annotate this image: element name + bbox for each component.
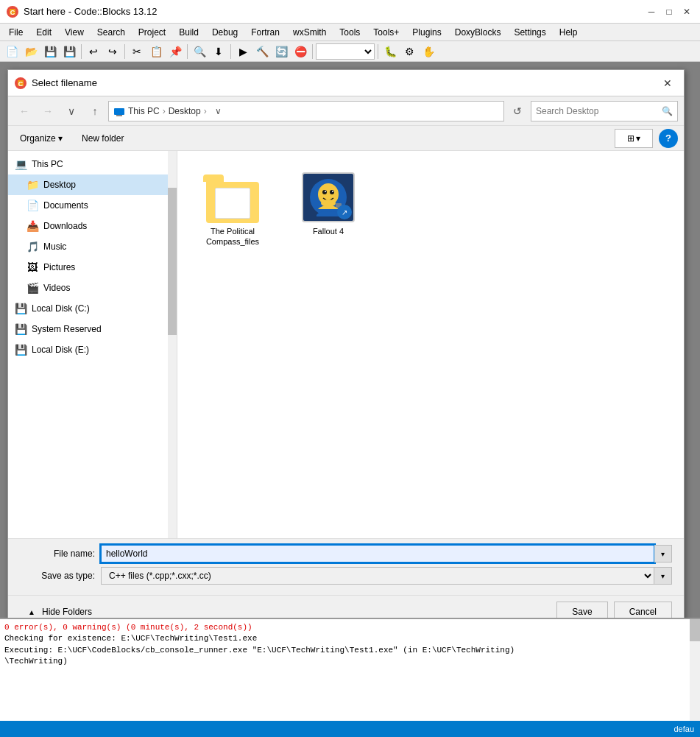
nav-panel: 💻 This PC 📁 Desktop 📄 Documents 📥 Downlo…	[8, 151, 177, 538]
downloads-nav-icon: 📥	[26, 219, 39, 233]
up-button[interactable]: ↑	[85, 101, 105, 121]
dialog-title-left: C Select filename	[14, 77, 97, 90]
file-item-fallout4[interactable]: ↗ Fallout 4	[288, 166, 369, 253]
nav-item-local-e[interactable]: 💾 Local Disk (E:)	[8, 339, 177, 360]
tb-debug-btn[interactable]: 🐛	[381, 43, 399, 60]
menu-view[interactable]: View	[59, 26, 90, 39]
tb-build-btn[interactable]: 🔨	[253, 43, 271, 60]
menu-doxyblocks[interactable]: DoxyBlocks	[449, 26, 507, 39]
back-button[interactable]: ←	[14, 101, 35, 121]
menu-debug[interactable]: Debug	[206, 26, 244, 39]
tb-open-btn[interactable]: 📂	[22, 43, 40, 60]
nav-label-system-reserved: System Reserved	[32, 324, 102, 334]
menu-fortran[interactable]: Fortran	[245, 26, 286, 39]
tb-save-btn[interactable]: 💾	[41, 43, 59, 60]
close-window-button[interactable]: ✕	[679, 4, 694, 19]
file-label-fallout4: Fallout 4	[313, 226, 344, 236]
tb-undo-btn[interactable]: ↩	[85, 43, 102, 60]
nav-item-this-pc[interactable]: 💻 This PC	[8, 154, 177, 174]
nav-label-videos: Videos	[43, 283, 70, 293]
nav-item-downloads[interactable]: 📥 Downloads	[8, 216, 177, 236]
codeblocks-window: C Start here - Code::Blocks 13.12 ─ □ ✕ …	[0, 0, 700, 737]
tb-redo-btn[interactable]: ↪	[104, 43, 121, 60]
address-box: This PC › Desktop › ∨	[108, 101, 504, 121]
forward-button[interactable]: →	[38, 101, 58, 121]
videos-nav-icon: 🎬	[26, 281, 39, 295]
savetype-select[interactable]: C++ files (*.cpp;*.cxx;*.cc)	[101, 567, 654, 585]
view-button[interactable]: ⊞ ▾	[615, 129, 653, 148]
tb-sep2	[124, 44, 125, 59]
log-line-3: \TechWriting)	[4, 656, 696, 667]
breadcrumb-thispc: This PC	[128, 106, 160, 116]
nav-item-system-reserved[interactable]: 💾 System Reserved	[8, 319, 177, 339]
tb-stop-btn[interactable]: ⛔	[291, 43, 309, 60]
tb-sep4	[230, 44, 231, 59]
nav-item-desktop[interactable]: 📁 Desktop	[8, 174, 177, 195]
menu-bar: File Edit View Search Project Build Debu…	[0, 24, 700, 41]
tb-copy-btn[interactable]: 📋	[147, 43, 165, 60]
nav-item-pictures[interactable]: 🖼 Pictures	[8, 257, 177, 278]
tb-sep5	[312, 44, 313, 59]
menu-toolsplus[interactable]: Tools+	[367, 26, 405, 39]
search-box[interactable]: 🔍	[531, 101, 678, 121]
folder-icon-wrap	[203, 172, 262, 223]
new-folder-button[interactable]: New folder	[74, 130, 131, 147]
log-scrollbar[interactable]	[690, 619, 700, 721]
dialog-close-button[interactable]: ✕	[657, 73, 678, 94]
folder-paper	[215, 188, 250, 219]
minimize-button[interactable]: ─	[644, 4, 659, 19]
maximize-button[interactable]: □	[662, 4, 676, 19]
nav-scroll-thumb[interactable]	[168, 188, 177, 335]
search-input[interactable]	[536, 106, 662, 116]
tb-run-btn[interactable]: ▶	[234, 43, 252, 60]
nav-scrollbar[interactable]	[168, 151, 177, 538]
menu-plugins[interactable]: Plugins	[406, 26, 447, 39]
tb-findnext-btn[interactable]: ⬇	[210, 43, 227, 60]
refresh-button[interactable]: ↺	[507, 101, 528, 121]
nav-item-music[interactable]: 🎵 Music	[8, 236, 177, 257]
organize-button[interactable]: Organize ▾	[14, 130, 68, 147]
music-nav-icon: 🎵	[26, 240, 39, 253]
menu-wxsmith[interactable]: wxSmith	[287, 26, 332, 39]
tb-cut-btn[interactable]: ✂	[128, 43, 146, 60]
nav-item-documents[interactable]: 📄 Documents	[8, 195, 177, 216]
tb-rebuild-btn[interactable]: 🔄	[272, 43, 290, 60]
nav-label-desktop: Desktop	[43, 180, 76, 190]
nav-item-local-c[interactable]: 💾 Local Disk (C:)	[8, 298, 177, 319]
filename-input[interactable]	[101, 545, 654, 563]
menu-build[interactable]: Build	[173, 26, 205, 39]
menu-project[interactable]: Project	[132, 26, 172, 39]
log-line-2: Executing: E:\UCF\CodeBlocks/cb_console_…	[4, 645, 696, 656]
tb-saveall-btn[interactable]: 💾	[60, 43, 78, 60]
nav-item-videos[interactable]: 🎬 Videos	[8, 278, 177, 298]
folder-body	[206, 182, 259, 223]
menu-search[interactable]: Search	[91, 26, 131, 39]
codeblocks-logo-icon: C	[6, 5, 19, 18]
menu-edit[interactable]: Edit	[30, 26, 57, 39]
file-item-political-compass[interactable]: The Political Compass_files	[192, 166, 273, 253]
nav-label-music: Music	[43, 241, 66, 252]
this-pc-icon	[113, 105, 125, 117]
tb-paste-btn[interactable]: 📌	[166, 43, 184, 60]
log-scroll-thumb[interactable]	[690, 619, 700, 641]
dialog-titlebar: C Select filename ✕	[8, 70, 684, 96]
address-expand-button[interactable]: ∨	[210, 101, 227, 121]
title-text: Start here - Code::Blocks 13.12	[24, 6, 157, 17]
tb-find-btn[interactable]: 🔍	[191, 43, 208, 60]
tb-sep1	[81, 44, 82, 59]
nav-label-downloads: Downloads	[43, 221, 87, 231]
tb-abort-btn[interactable]: ✋	[420, 43, 437, 60]
address-dropdown-button[interactable]: ∨	[61, 101, 82, 121]
menu-tools[interactable]: Tools	[333, 26, 366, 39]
tb-debug2-btn[interactable]: ⚙	[400, 43, 418, 60]
desktop-nav-icon: 📁	[26, 178, 39, 191]
folder-tab	[203, 174, 224, 182]
help-button[interactable]: ?	[659, 129, 678, 148]
tb-new-btn[interactable]: 📄	[3, 43, 21, 60]
savetype-dropdown-button[interactable]: ▾	[654, 567, 672, 585]
tb-config-dropdown[interactable]	[316, 43, 375, 60]
menu-help[interactable]: Help	[554, 26, 584, 39]
filename-dropdown-button[interactable]: ▾	[654, 545, 672, 563]
menu-settings[interactable]: Settings	[508, 26, 551, 39]
menu-file[interactable]: File	[3, 26, 29, 39]
